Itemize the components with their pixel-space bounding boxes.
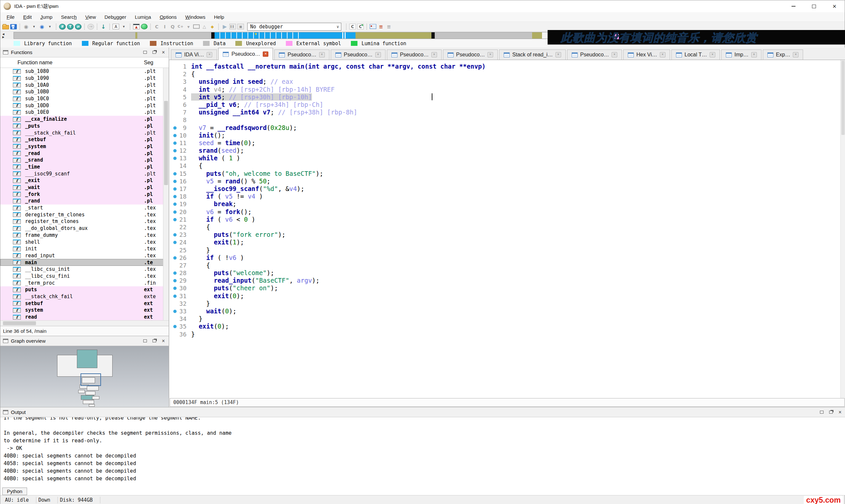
code-line[interactable]: 28 puts("welcome");: [169, 269, 840, 277]
menu-item-view[interactable]: View: [81, 13, 100, 21]
code-line[interactable]: 35 exit(0);: [169, 323, 840, 330]
tab-stack-of-read-i-[interactable]: Stack of read_i…×: [499, 50, 566, 60]
tab-close-icon[interactable]: ×: [612, 52, 617, 57]
code-vertical-scrollbar[interactable]: [840, 60, 845, 398]
code-line[interactable]: 8: [169, 116, 840, 124]
code-line[interactable]: 19 break;: [169, 200, 840, 208]
float-panel-button[interactable]: [827, 409, 835, 416]
code-line[interactable]: 33 wait(0);: [169, 307, 840, 315]
scrollbar-handle[interactable]: [3, 321, 36, 325]
close-panel-button[interactable]: ×: [159, 49, 168, 56]
function-row[interactable]: f_start.tex: [0, 204, 163, 212]
font-a-icon[interactable]: [112, 24, 119, 29]
code-line[interactable]: 14 {: [169, 162, 840, 169]
function-row[interactable]: fputsext: [0, 286, 163, 293]
font-drop-icon[interactable]: [121, 23, 127, 30]
tab-close-icon[interactable]: ×: [207, 52, 212, 57]
graph-overview-canvas[interactable]: [0, 346, 169, 407]
function-row[interactable]: fread_input.tex: [0, 252, 163, 259]
code-line[interactable]: 36}: [169, 330, 840, 338]
function-row[interactable]: f_puts.pl: [0, 123, 163, 130]
function-row[interactable]: fsystemext: [0, 307, 163, 314]
close-button[interactable]: ×: [824, 0, 845, 12]
struct-c-icon[interactable]: [154, 23, 160, 30]
tab-pseudoco-[interactable]: Pseudoco…×: [218, 48, 273, 60]
function-row[interactable]: fsub_10B0.plt: [0, 88, 163, 95]
function-row[interactable]: freadext: [0, 314, 163, 320]
code-line[interactable]: 34 }: [169, 315, 840, 323]
tab-close-icon[interactable]: ×: [263, 52, 268, 57]
function-row[interactable]: f_srand.pl: [0, 157, 163, 164]
code-line[interactable]: 18 if ( v5 != v4 ): [169, 193, 840, 200]
code-line[interactable]: 6 __pid_t v6; // [rsp+34h] [rbp-Ch]: [169, 101, 840, 109]
tab-local-t-[interactable]: Local T…×: [671, 50, 720, 60]
tab-pseudoco-[interactable]: Pseudoco…×: [274, 50, 329, 60]
code-line[interactable]: 32 }: [169, 300, 840, 307]
function-row[interactable]: fregister_tm_clones.tex: [0, 218, 163, 225]
functions-horizontal-scrollbar[interactable]: [0, 320, 169, 326]
code-line[interactable]: 11 seed = time(0);: [169, 139, 840, 147]
maximize-button[interactable]: [804, 0, 824, 12]
menu-item-lumina[interactable]: Lumina: [130, 13, 155, 21]
tab-close-icon[interactable]: ×: [710, 52, 715, 57]
run-icon[interactable]: [222, 23, 228, 30]
debugger-select[interactable]: No debugger∨: [247, 23, 341, 31]
code-line[interactable]: 22 {: [169, 223, 840, 231]
code-line[interactable]: 30 puts("cheer on");: [169, 284, 840, 292]
code-line[interactable]: 23 puts("fork error");: [169, 231, 840, 238]
function-row[interactable]: fderegister_tm_clones.tex: [0, 211, 163, 218]
flag-icon[interactable]: [133, 24, 140, 29]
code-line[interactable]: 25 }: [169, 246, 840, 254]
nav-forward-icon[interactable]: [39, 23, 45, 30]
function-row[interactable]: f___stack_chk_fail.plt: [0, 129, 163, 136]
jump-down-icon[interactable]: [100, 23, 107, 30]
tab-close-icon[interactable]: ×: [432, 52, 437, 57]
python-interpreter-button[interactable]: Python: [2, 487, 27, 495]
list-gray-icon[interactable]: [386, 23, 392, 30]
tab-imp-[interactable]: Imp…×: [721, 50, 761, 60]
code-line[interactable]: 12 srand(seed);: [169, 147, 840, 155]
code-line[interactable]: 4 int v4; // [rsp+2Ch] [rbp-14h] BYREF: [169, 86, 840, 93]
function-row[interactable]: fsub_10C0.plt: [0, 95, 163, 102]
menu-item-search[interactable]: Search: [57, 13, 81, 21]
function-row[interactable]: f_rand.pl: [0, 198, 163, 204]
menu-item-windows[interactable]: Windows: [181, 13, 210, 21]
tab-close-icon[interactable]: ×: [375, 52, 381, 57]
function-row[interactable]: f_system.pl: [0, 143, 163, 150]
function-row[interactable]: fsub_1080.plt: [0, 68, 163, 75]
stop-icon[interactable]: [237, 24, 244, 29]
float-panel-button[interactable]: [150, 49, 158, 56]
list-red-icon[interactable]: [377, 23, 384, 30]
function-row[interactable]: fsub_10E0.plt: [0, 109, 163, 116]
code-line[interactable]: 26 if ( !v6 ): [169, 254, 840, 262]
close-panel-button[interactable]: ×: [836, 409, 844, 416]
functions-vertical-scrollbar[interactable]: [163, 68, 169, 320]
code-line[interactable]: 29 read_input("BaseCTF", argv);: [169, 277, 840, 284]
tab-close-icon[interactable]: ×: [319, 52, 325, 57]
tab-pseudoco-[interactable]: Pseudoco…×: [443, 50, 498, 60]
edit-poly-icon[interactable]: [201, 23, 208, 30]
menu-item-edit[interactable]: Edit: [19, 13, 36, 21]
nav-back-drop-icon[interactable]: [31, 23, 37, 30]
float-panel-button[interactable]: [150, 338, 158, 345]
switch-view-icon[interactable]: [75, 24, 82, 30]
maximize-panel-button[interactable]: [141, 49, 149, 56]
code-line[interactable]: 10 init();: [169, 132, 840, 139]
function-row[interactable]: f___isoc99_scanf.plt: [0, 170, 163, 177]
navband-scroll-buttons[interactable]: ◀ ▶: [1, 32, 12, 39]
tab-close-icon[interactable]: ×: [751, 52, 757, 57]
struct-q-icon[interactable]: [169, 23, 176, 30]
pseudocode-view[interactable]: 1int __fastcall __noreturn main(int argc…: [169, 60, 845, 398]
tab-close-icon[interactable]: ×: [793, 52, 798, 57]
tab-pseudoco-[interactable]: Pseudoco…×: [387, 50, 442, 60]
function-row[interactable]: fsub_10A0.plt: [0, 82, 163, 88]
tab-hex-vi-[interactable]: Hex Vi…×: [623, 50, 670, 60]
list-blue-icon[interactable]: [370, 24, 376, 29]
function-row[interactable]: f_read.pl: [0, 150, 163, 157]
column-function-name[interactable]: Function name: [0, 60, 52, 66]
function-row[interactable]: fshell.tex: [0, 238, 163, 246]
make-code2-icon[interactable]: [357, 24, 364, 29]
tab-pseudoco-[interactable]: Pseudoco…×: [567, 50, 622, 60]
function-row[interactable]: f_term_proc.fin: [0, 280, 163, 286]
tab-close-icon[interactable]: ×: [660, 52, 666, 57]
